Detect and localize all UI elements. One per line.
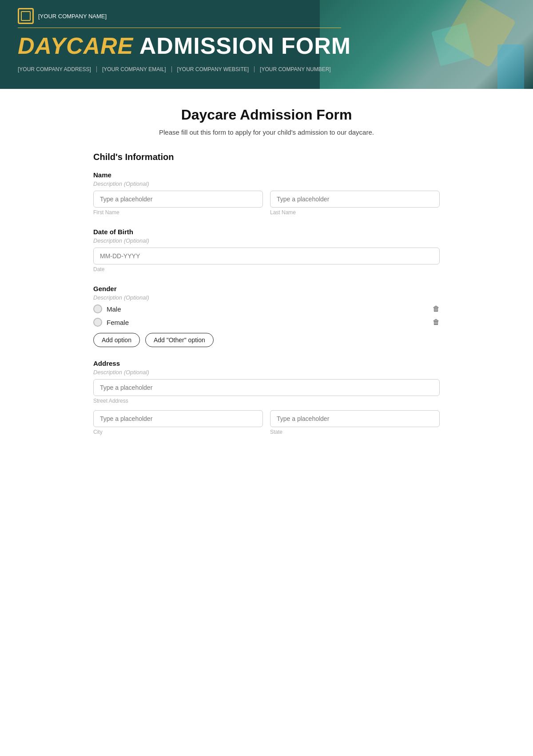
city-wrap: City: [93, 410, 263, 435]
last-name-sublabel: Last Name: [270, 209, 440, 216]
state-wrap: State: [270, 410, 440, 435]
delete-female-icon[interactable]: 🗑: [433, 318, 440, 326]
radio-male-label: Male: [107, 305, 121, 313]
contact-address: [YOUR COMPANY ADDRESS]: [18, 66, 97, 72]
add-option-button[interactable]: Add option: [93, 333, 140, 347]
header-title-highlight: DAYCARE: [18, 33, 133, 59]
gender-option-male: Male 🗑: [93, 304, 440, 313]
company-logo-row: [YOUR COMPANY NAME]: [18, 8, 515, 24]
city-sublabel: City: [93, 429, 263, 435]
add-option-row: Add option Add "Other" option: [93, 333, 440, 347]
gender-option-female: Female 🗑: [93, 318, 440, 327]
radio-female-label: Female: [107, 319, 129, 326]
form-subtitle: Please fill out this form to apply for y…: [93, 128, 440, 136]
name-field-row: First Name Last Name: [93, 191, 440, 216]
contact-website: [YOUR COMPANY WEBSITE]: [172, 66, 255, 72]
dob-description: Description (Optional): [93, 237, 440, 244]
dob-input-wrap: Date: [93, 248, 440, 272]
form-title: Daycare Admission Form: [93, 107, 440, 123]
company-logo-icon: [18, 8, 34, 24]
radio-female[interactable]: [93, 318, 102, 327]
city-state-row: City State: [93, 410, 440, 435]
state-input[interactable]: [270, 410, 440, 427]
name-label: Name: [93, 171, 440, 179]
name-description: Description (Optional): [93, 180, 440, 187]
contact-number: [YOUR COMPANY NUMBER]: [255, 66, 336, 72]
name-field-block: Name Description (Optional) First Name L…: [93, 171, 440, 216]
last-name-wrap: Last Name: [270, 191, 440, 216]
radio-male[interactable]: [93, 304, 102, 313]
first-name-input[interactable]: [93, 191, 263, 208]
city-input[interactable]: [93, 410, 263, 427]
first-name-wrap: First Name: [93, 191, 263, 216]
add-other-option-button[interactable]: Add "Other" option: [145, 333, 214, 347]
header-divider: [18, 28, 341, 28]
street-address-input[interactable]: [93, 379, 440, 396]
street-input-wrap: Street Address: [93, 379, 440, 404]
main-content: Daycare Admission Form Please fill out t…: [67, 89, 466, 465]
first-name-sublabel: First Name: [93, 209, 263, 216]
company-name: [YOUR COMPANY NAME]: [38, 13, 107, 20]
contact-email: [YOUR COMPANY EMAIL]: [97, 66, 172, 72]
gender-field-block: Gender Description (Optional) Male 🗑 Fem…: [93, 285, 440, 347]
dob-sublabel: Date: [93, 266, 440, 272]
dob-label: Date of Birth: [93, 228, 440, 236]
gender-label: Gender: [93, 285, 440, 292]
gender-description: Description (Optional): [93, 294, 440, 301]
address-description: Description (Optional): [93, 369, 440, 376]
address-label: Address: [93, 360, 440, 367]
state-sublabel: State: [270, 429, 440, 435]
street-sublabel: Street Address: [93, 398, 440, 404]
last-name-input[interactable]: [270, 191, 440, 208]
page-header: [YOUR COMPANY NAME] DAYCARE ADMISSION FO…: [0, 0, 533, 89]
section-child-heading: Child's Information: [93, 152, 440, 162]
header-title-rest: ADMISSION FORM: [133, 33, 351, 59]
dob-field-block: Date of Birth Description (Optional) Dat…: [93, 228, 440, 272]
header-title: DAYCARE ADMISSION FORM: [18, 32, 515, 59]
header-contact: [YOUR COMPANY ADDRESS] [YOUR COMPANY EMA…: [18, 66, 515, 72]
dob-input[interactable]: [93, 248, 440, 264]
delete-male-icon[interactable]: 🗑: [433, 305, 440, 313]
address-field-block: Address Description (Optional) Street Ad…: [93, 360, 440, 435]
